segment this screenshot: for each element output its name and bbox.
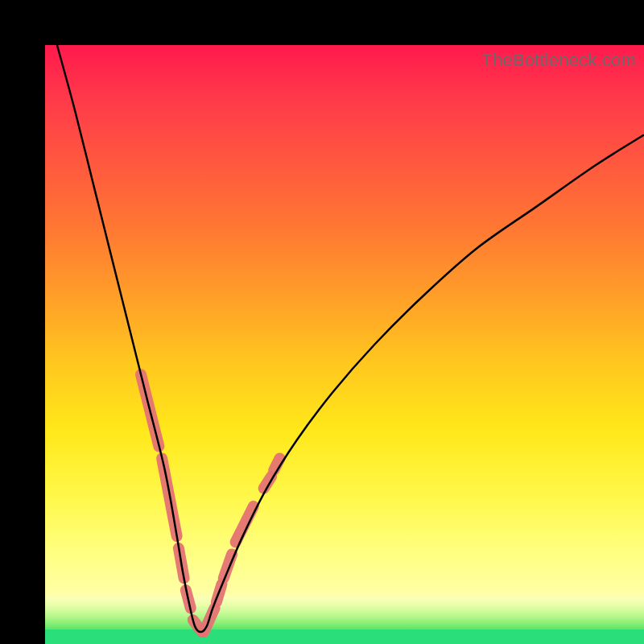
- bottleneck-curve: [57, 45, 644, 632]
- curve-layer: [45, 45, 644, 644]
- plot-area: TheBottleneck.com: [45, 45, 644, 644]
- chart-frame: TheBottleneck.com: [0, 0, 644, 644]
- highlight-segment: [236, 506, 254, 543]
